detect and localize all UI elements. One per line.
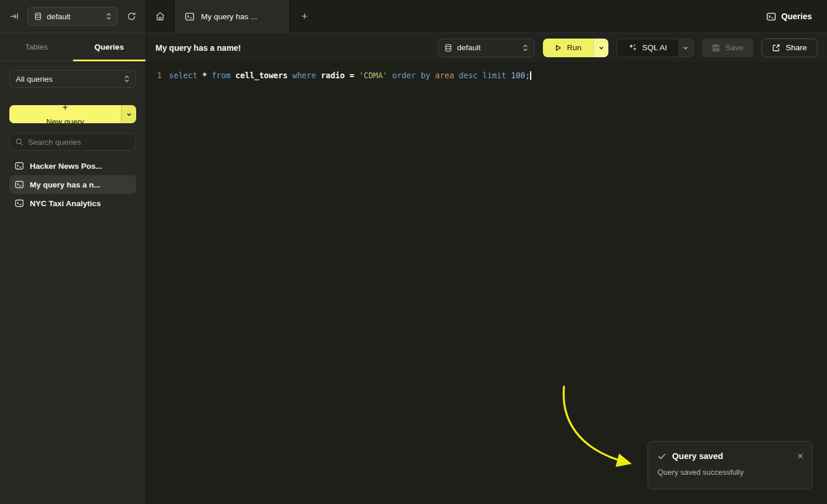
- query-title: My query has a name!: [155, 43, 241, 53]
- add-tab-button[interactable]: +: [290, 0, 319, 33]
- terminal-icon: [185, 12, 195, 22]
- share-label: Share: [786, 43, 807, 52]
- app-root: default Tables Queries All queries: [0, 0, 827, 504]
- chevron-down-icon: [598, 45, 604, 51]
- chevron-down-icon: [683, 45, 688, 51]
- query-item-label: My query has a n...: [30, 180, 101, 189]
- queries-section-label: Queries: [781, 12, 812, 21]
- toast-query-saved: Query saved ✕ Query saved successfully: [648, 441, 812, 489]
- save-button[interactable]: Save: [702, 39, 753, 57]
- close-icon[interactable]: ✕: [797, 452, 804, 460]
- run-dropdown-button[interactable]: [593, 39, 608, 57]
- run-split-button: Run: [543, 39, 608, 57]
- check-icon: [658, 452, 666, 461]
- sparkles-icon: [628, 43, 637, 52]
- code-tokens: select * from cell_towers where radio = …: [169, 69, 530, 81]
- share-button[interactable]: Share: [762, 39, 818, 57]
- chevron-updown-icon: [106, 12, 112, 20]
- query-tab-label: My query has ...: [201, 12, 257, 21]
- save-label: Save: [725, 43, 743, 52]
- chevron-updown-icon: [124, 75, 130, 83]
- plus-icon: +: [301, 10, 307, 23]
- save-icon: [712, 44, 720, 52]
- terminal-icon: [15, 180, 24, 189]
- queries-section-indicator[interactable]: Queries: [766, 0, 827, 33]
- run-button[interactable]: Run: [543, 39, 593, 57]
- play-icon: [555, 44, 562, 51]
- code-line-1: 1 select * from cell_towers where radio …: [146, 62, 827, 81]
- sql-ai-button[interactable]: SQL AI: [617, 39, 678, 57]
- collapse-sidebar-icon[interactable]: [8, 11, 20, 22]
- new-query-split-button: + New query: [9, 105, 136, 123]
- tab-tables[interactable]: Tables: [0, 33, 73, 61]
- sql-ai-dropdown-button[interactable]: [678, 39, 693, 57]
- database-icon: [444, 44, 452, 52]
- new-query-label: New query: [46, 117, 84, 123]
- share-icon: [772, 44, 780, 52]
- new-query-button[interactable]: + New query: [9, 105, 121, 123]
- query-item-label: Hacker News Pos...: [30, 162, 102, 171]
- toast-title: Query saved: [672, 451, 791, 461]
- sql-ai-split-button: SQL AI: [617, 39, 694, 57]
- toolbar-database-value: default: [457, 43, 518, 52]
- line-number: 1: [156, 69, 162, 81]
- tab-queries[interactable]: Queries: [73, 33, 146, 61]
- main-panel: My query has ... + Queries My query has …: [146, 0, 827, 504]
- sql-ai-label: SQL AI: [642, 43, 667, 52]
- toast-header: Query saved ✕: [658, 451, 804, 461]
- search-queries-box: [9, 133, 136, 151]
- home-button[interactable]: [146, 0, 174, 33]
- query-list-item[interactable]: NYC Taxi Analytics: [9, 194, 136, 213]
- chevron-down-icon: [126, 112, 132, 117]
- terminal-icon: [15, 199, 24, 208]
- terminal-icon: [15, 161, 24, 171]
- plus-icon: +: [63, 105, 68, 113]
- chevron-updown-icon: [523, 44, 528, 52]
- toolbar-database-selector[interactable]: default: [438, 39, 535, 57]
- query-list-item[interactable]: Hacker News Pos...: [9, 157, 136, 175]
- search-queries-input[interactable]: [28, 138, 130, 147]
- sidebar: default Tables Queries All queries: [0, 0, 146, 504]
- tabbar-spacer: [319, 0, 766, 33]
- tab-tables-label: Tables: [25, 43, 48, 51]
- new-query-dropdown-button[interactable]: [121, 105, 136, 123]
- refresh-icon[interactable]: [126, 11, 137, 22]
- query-item-label: NYC Taxi Analytics: [30, 199, 101, 208]
- sidebar-body: All queries + New query: [0, 61, 146, 213]
- query-list-item-selected[interactable]: My query has a n...: [9, 175, 136, 194]
- sql-editor[interactable]: 1 select * from cell_towers where radio …: [146, 62, 827, 504]
- query-toolbar: My query has a name! default: [146, 33, 827, 62]
- database-selector[interactable]: default: [27, 7, 118, 26]
- query-tab-active[interactable]: My query has ...: [174, 0, 290, 33]
- tab-queries-label: Queries: [95, 43, 124, 51]
- run-label: Run: [567, 43, 582, 52]
- sidebar-tabs: Tables Queries: [0, 33, 146, 61]
- queries-filter-select[interactable]: All queries: [9, 70, 136, 88]
- database-icon: [34, 12, 42, 20]
- terminal-icon: [766, 12, 776, 22]
- toolbar-actions: default Run: [438, 39, 818, 57]
- sidebar-topbar: default: [0, 0, 146, 33]
- toast-message: Query saved successfully: [658, 468, 804, 477]
- tab-bar: My query has ... + Queries: [146, 0, 827, 33]
- search-icon: [15, 138, 23, 146]
- text-cursor: [530, 71, 531, 80]
- database-selector-value: default: [47, 12, 101, 21]
- queries-filter-value: All queries: [16, 75, 119, 84]
